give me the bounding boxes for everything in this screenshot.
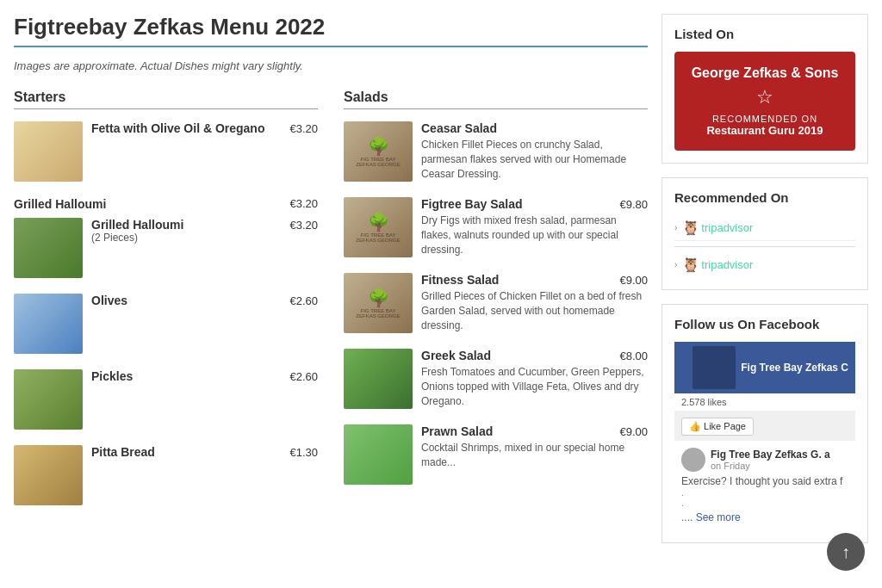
item-desc: Fresh Tomatoes and Cucumber, Green Peppe… [421,365,648,408]
fb-like-button[interactable]: 👍 Like Page [681,418,754,436]
item-image [344,424,413,485]
figtree-logo: 🌳 FIG TREE BAYZEFKAS GEORGE [344,197,413,257]
facebook-section: Follow us On Facebook Fig Tree Bay Zefka… [662,304,868,543]
list-item: Grilled Halloumi €3.20 [14,197,318,211]
tree-icon: 🌳 [368,136,389,157]
item-details: Fetta with Olive Oil & Oregano €3.20 [91,121,318,135]
item-image [344,349,413,409]
item-desc: Dry Figs with mixed fresh salad, parmesa… [421,214,648,257]
item-details: Pickles €2.60 [91,369,318,383]
fb-likes-text: 2.578 likes [681,397,727,407]
fb-cover-text: Fig Tree Bay Zefkas C [741,362,848,374]
logo-text: FIG TREE BAYZEFKAS GEORGE [356,157,400,167]
item-header: Fitness Salad €9.00 [421,273,648,287]
list-item: 🌳 FIG TREE BAYZEFKAS GEORGE Ceasar Salad… [344,121,648,182]
item-desc: Chicken Fillet Pieces on crunchy Salad, … [421,138,648,181]
item-header: Pickles €2.60 [91,369,318,383]
item-image [14,218,83,278]
fb-post-meta: Fig Tree Bay Zefkas G. a on Friday [711,449,830,471]
divider [674,246,855,247]
item-name: Grilled Halloumi [91,218,183,232]
tripadvisor-text: tripadvisor [701,258,753,271]
avatar [681,448,705,472]
item-details: Figtree Bay Salad €9.80 Dry Figs with mi… [421,197,648,257]
list-item: Fetta with Olive Oil & Oregano €3.20 [14,121,318,182]
item-price: €3.20 [289,219,318,232]
tree-icon: 🌳 [368,288,389,308]
owl-icon: 🦉 [682,257,699,273]
item-price: €9.00 [619,274,648,287]
guru-company: George Zefkas & Sons [688,65,842,81]
item-image [14,445,83,505]
item-price: €8.00 [619,350,648,362]
item-name: Pitta Bread [91,445,155,459]
fb-post: Fig Tree Bay Zefkas G. a on Friday Exerc… [674,441,855,530]
list-item: Pickles €2.60 [14,369,318,430]
star-icon: ☆ [688,86,842,108]
item-header: Greek Salad €8.00 [421,349,648,362]
scroll-top-button[interactable]: ↑ [827,533,865,571]
item-image: 🌳 FIG TREE BAYZEFKAS GEORGE [344,121,413,182]
list-item: Prawn Salad €9.00 Cocktail Shrimps, mixe… [344,424,648,485]
item-name: Greek Salad [421,349,491,362]
list-item: 🌳 FIG TREE BAYZEFKAS GEORGE Fitness Sala… [344,273,648,333]
fb-cover: Fig Tree Bay Zefkas C [674,342,855,393]
sidebar: Listed On George Zefkas & Sons ☆ RECOMME… [662,14,868,557]
logo-text: FIG TREE BAYZEFKAS GEORGE [356,308,400,319]
salads-divider [344,108,648,109]
guru-badge: George Zefkas & Sons ☆ RECOMMENDED ON Re… [674,52,855,151]
item-price: €2.60 [289,370,318,383]
salads-section: Salads 🌳 FIG TREE BAYZEFKAS GEORGE Ceasa… [344,90,648,521]
see-more-link[interactable]: .... See more [681,511,848,523]
item-price: €9.80 [619,198,648,211]
item-name: Olives [91,294,127,307]
item-header: Olives €2.60 [91,294,318,307]
starters-section: Starters Fetta with Olive Oil & Oregano … [14,90,318,521]
tripadvisor-logo-2: 🦉 tripadvisor [682,257,753,273]
subtitle: Images are approximate. Actual Dishes mi… [14,59,648,72]
item-price: €2.60 [289,294,318,307]
figtree-logo: 🌳 FIG TREE BAYZEFKAS GEORGE [344,121,413,182]
recommended-on-section: Recommended On › 🦉 tripadvisor › 🦉 tripa… [662,177,868,290]
item-details: Prawn Salad €9.00 Cocktail Shrimps, mixe… [421,424,648,470]
item-header: Grilled Halloumi €3.20 [91,218,318,232]
item-price: €1.30 [289,446,318,459]
starters-title: Starters [14,90,318,105]
item-details: Olives €2.60 [91,294,318,307]
list-item: Greek Salad €8.00 Fresh Tomatoes and Cuc… [344,349,648,409]
guru-platform: Restaurant Guru 2019 [688,124,842,137]
list-item: 🌳 FIG TREE BAYZEFKAS GEORGE Figtree Bay … [344,197,648,257]
fb-cover-img [693,346,736,389]
item-header: Figtree Bay Salad €9.80 [421,197,648,211]
item-name: Fitness Salad [421,273,499,287]
item-image: 🌳 FIG TREE BAYZEFKAS GEORGE [344,197,413,257]
item-details: Ceasar Salad Chicken Fillet Pieces on cr… [421,121,648,181]
salads-title: Salads [344,90,648,105]
tripadvisor-logo-1: 🦉 tripadvisor [682,220,753,236]
logo-text: FIG TREE BAYZEFKAS GEORGE [356,232,400,243]
item-name: Prawn Salad [421,424,493,438]
main-content: Figtreebay Zefkas Menu 2022 Images are a… [14,14,648,557]
item-name: Grilled Halloumi [14,197,106,211]
item-image [14,294,83,354]
listed-on-section: Listed On George Zefkas & Sons ☆ RECOMME… [662,14,868,164]
dot-icon: › [674,260,677,269]
item-price: €3.20 [289,122,318,135]
page-title: Figtreebay Zefkas Menu 2022 [14,14,648,40]
dot-icon: › [674,223,677,232]
sections-wrapper: Starters Fetta with Olive Oil & Oregano … [14,90,648,521]
fb-post-header: Fig Tree Bay Zefkas G. a on Friday [681,448,848,472]
item-desc: Grilled Pieces of Chicken Fillet on a be… [421,289,648,332]
title-divider [14,46,648,47]
tree-icon: 🌳 [368,212,389,232]
tripadvisor-row-2: › 🦉 tripadvisor [674,252,855,277]
item-name: Fetta with Olive Oil & Oregano [91,121,264,135]
list-item: Grilled Halloumi €3.20 (2 Pieces) [14,218,318,278]
fb-post-text: Exercise? I thought you said extra f [681,475,848,487]
fb-likes: 2.578 likes [674,393,855,411]
item-price: €3.20 [289,197,318,211]
follow-title: Follow us On Facebook [674,317,855,331]
item-name: Ceasar Salad [421,121,497,135]
fb-post-dots: . [681,487,848,498]
item-header: Prawn Salad €9.00 [421,424,648,438]
